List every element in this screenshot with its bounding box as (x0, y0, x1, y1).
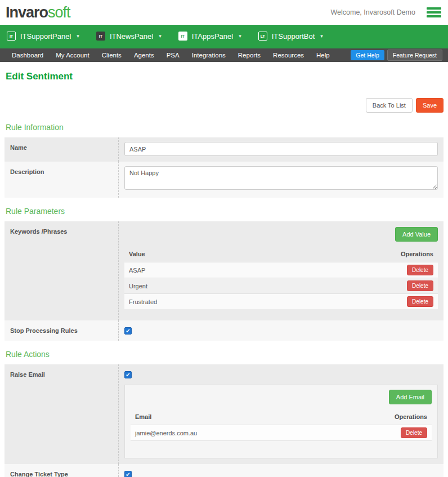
description-row: Description Not Happy (5, 162, 443, 198)
add-value-button[interactable]: Add Value (395, 227, 438, 242)
rule-information-heading: Rule Information (6, 123, 442, 132)
value-row: Frustrated Delete (124, 293, 438, 309)
hamburger-menu-icon[interactable] (427, 7, 441, 17)
itsupportbot-icon: LT (258, 32, 267, 41)
delete-button[interactable]: Delete (407, 296, 433, 307)
chevron-down-icon: ▾ (320, 33, 323, 39)
description-label: Description (5, 162, 118, 198)
value-row: Urgent Delete (124, 278, 438, 293)
top-header: Invarosoft Welcome, Invarosoft Demo (0, 0, 448, 25)
nav-resources[interactable]: Resources (267, 52, 310, 59)
raise-email-checkbox[interactable]: ✔ (124, 371, 132, 378)
raise-email-row: Raise Email ✔ Add Email Email Operations… (5, 364, 443, 464)
name-input[interactable] (124, 142, 438, 156)
itnewspanel-icon: IT (96, 32, 105, 41)
change-ticket-type-row: Change Ticket Type ✔ Triage Uncategorize… (5, 464, 443, 477)
chevron-down-icon: ▾ (239, 33, 241, 39)
delete-button[interactable]: Delete (407, 265, 433, 275)
nav-my-account[interactable]: My Account (50, 52, 95, 59)
raise-email-label: Raise Email (5, 364, 118, 464)
chevron-down-icon: ▾ (159, 33, 162, 39)
get-help-button[interactable]: Get Help (351, 50, 384, 60)
save-button[interactable]: Save (416, 98, 443, 113)
operations-column-header: Operations (401, 251, 433, 257)
feature-request-button[interactable]: Feature Request (387, 50, 442, 61)
value-cell: ASAP (129, 267, 145, 274)
email-row: jamie@enerds.com.au Delete (131, 425, 432, 441)
delete-button[interactable]: Delete (401, 427, 427, 438)
itsupportpanel-icon: IT (7, 32, 16, 41)
value-cell: Urgent (129, 283, 147, 289)
description-input[interactable]: Not Happy (124, 166, 438, 190)
nav-agents[interactable]: Agents (128, 52, 160, 59)
name-label: Name (5, 137, 118, 162)
nav-psa[interactable]: PSA (160, 52, 186, 59)
value-column-header: Value (129, 251, 145, 257)
change-ticket-type-label: Change Ticket Type (5, 464, 118, 477)
invarosoft-logo: Invarosoft (6, 4, 70, 21)
name-row: Name (5, 137, 443, 162)
email-cell: jamie@enerds.com.au (135, 430, 197, 436)
page-content: Edit Sentiment Back To List Save Rule In… (0, 62, 448, 477)
nav-itsupportbot[interactable]: LT ITSupportBot ▾ (258, 32, 323, 41)
stop-processing-row: Stop Processing Rules ✔ (5, 320, 443, 341)
rule-information-table: Name Description Not Happy (5, 137, 443, 198)
change-ticket-type-checkbox[interactable]: ✔ (124, 471, 132, 477)
nav-clients[interactable]: Clients (96, 52, 128, 59)
back-to-list-button[interactable]: Back To List (366, 98, 413, 113)
stop-processing-label: Stop Processing Rules (5, 320, 118, 341)
nav-dashboard[interactable]: Dashboard (6, 52, 50, 59)
main-nav: Dashboard My Account Clients Agents PSA … (0, 47, 448, 62)
nav-help[interactable]: Help (310, 52, 336, 59)
keywords-row: Keywords /Phrases Add Value Value Operat… (5, 221, 443, 320)
welcome-text: Welcome, Invarosoft Demo (330, 8, 415, 16)
rule-parameters-table: Keywords /Phrases Add Value Value Operat… (5, 221, 443, 341)
values-table-header: Value Operations (124, 247, 438, 262)
email-box: Add Email Email Operations jamie@enerds.… (124, 385, 438, 458)
page-title: Edit Sentiment (6, 71, 442, 82)
nav-itnewspanel[interactable]: IT ITNewsPanel ▾ (96, 32, 162, 41)
value-row: ASAP Delete (124, 262, 438, 278)
itappspanel-icon: IT (178, 32, 187, 41)
rule-parameters-heading: Rule Parameters (6, 207, 442, 216)
nav-integrations[interactable]: Integrations (186, 52, 232, 59)
chevron-down-icon: ▾ (77, 33, 79, 39)
keywords-label: Keywords /Phrases (5, 221, 118, 320)
stop-processing-checkbox[interactable]: ✔ (124, 327, 132, 335)
nav-reports[interactable]: Reports (232, 52, 267, 59)
add-email-button[interactable]: Add Email (389, 390, 432, 404)
nav-itsupportpanel[interactable]: IT ITSupportPanel ▾ (7, 32, 79, 41)
emails-table-header: Email Operations (131, 410, 432, 425)
email-column-header: Email (135, 413, 151, 420)
product-nav: IT ITSupportPanel ▾ IT ITNewsPanel ▾ IT … (0, 25, 448, 47)
operations-column-header: Operations (395, 413, 427, 420)
nav-itappspanel[interactable]: IT ITAppsPanel ▾ (178, 32, 241, 41)
rule-actions-table: Raise Email ✔ Add Email Email Operations… (5, 364, 443, 477)
delete-button[interactable]: Delete (407, 280, 433, 291)
rule-actions-heading: Rule Actions (6, 350, 442, 359)
value-cell: Frustrated (129, 298, 157, 305)
